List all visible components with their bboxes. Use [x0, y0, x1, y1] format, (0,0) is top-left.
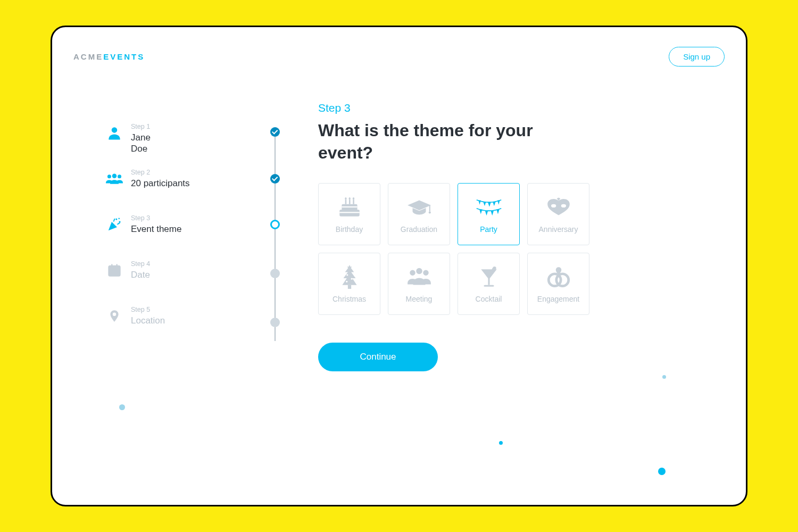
app-card: ACMEEVENTS Sign up Step 1 Jane Doe — [51, 26, 747, 506]
progress-step-1-label: Step 1 — [131, 123, 151, 130]
meeting-people-icon — [406, 265, 433, 289]
theme-option-party[interactable]: Party — [458, 183, 520, 245]
svg-rect-28 — [429, 205, 430, 211]
progress-step-4-value: Date — [131, 269, 150, 280]
svg-point-14 — [116, 270, 118, 271]
brand-part-1: ACME — [73, 52, 103, 61]
birthday-cake-icon — [336, 195, 363, 220]
svg-rect-8 — [113, 218, 115, 222]
mask-icon — [545, 195, 572, 220]
progress-step-2-label: Step 2 — [131, 169, 190, 176]
progress-step-1[interactable]: Step 1 Jane Doe — [105, 123, 244, 169]
svg-rect-40 — [484, 285, 494, 286]
signup-button[interactable]: Sign up — [669, 47, 725, 66]
progress-step-3-text: Step 3 Event theme — [131, 214, 181, 235]
party-bunting-icon — [476, 195, 502, 220]
progress-timeline — [270, 128, 280, 341]
svg-rect-23 — [348, 200, 350, 204]
svg-rect-22 — [345, 200, 346, 204]
theme-option-birthday[interactable]: Birthday — [318, 183, 380, 245]
svg-rect-11 — [117, 264, 118, 267]
theme-option-meeting[interactable]: Meeting — [388, 253, 450, 315]
svg-point-16 — [114, 272, 115, 273]
party-popper-icon — [105, 215, 123, 234]
progress-step-3-value: Event theme — [131, 223, 181, 235]
theme-option-cocktail[interactable]: Cocktail — [458, 253, 520, 315]
svg-rect-7 — [117, 222, 120, 225]
progress-step-2[interactable]: Step 2 20 participants — [105, 169, 244, 214]
theme-label: Graduation — [401, 225, 437, 234]
svg-point-38 — [416, 268, 422, 274]
question-heading: What is the theme for your event? — [318, 120, 547, 164]
svg-rect-24 — [353, 200, 354, 204]
svg-point-31 — [561, 204, 566, 207]
svg-point-37 — [423, 270, 428, 275]
theme-label: Birthday — [336, 225, 363, 234]
svg-point-4 — [115, 218, 117, 220]
brand-part-2: EVENTS — [103, 52, 145, 61]
christmas-tree-icon — [336, 265, 363, 289]
svg-point-2 — [118, 174, 121, 178]
progress-step-4[interactable]: Step 4 Date — [105, 260, 244, 306]
theme-option-graduation[interactable]: Graduation — [388, 183, 450, 245]
decorative-dot — [119, 404, 125, 410]
svg-point-44 — [556, 273, 568, 286]
timeline-node-step1 — [270, 127, 280, 137]
decorative-dot — [658, 468, 666, 475]
brand-logo: ACMEEVENTS — [73, 52, 145, 61]
theme-label: Meeting — [406, 295, 433, 303]
cocktail-glass-icon — [476, 265, 502, 289]
timeline-node-step2 — [270, 174, 280, 184]
theme-label: Christmas — [332, 295, 366, 303]
svg-point-1 — [107, 174, 111, 178]
progress-step-4-text: Step 4 Date — [131, 260, 150, 280]
svg-point-6 — [119, 218, 120, 220]
svg-rect-21 — [339, 212, 360, 213]
timeline-node-step4 — [270, 269, 280, 278]
graduation-cap-icon — [406, 195, 433, 220]
progress-step-4-label: Step 4 — [131, 260, 150, 268]
svg-point-35 — [346, 280, 347, 282]
svg-point-36 — [410, 270, 415, 275]
theme-label: Engagement — [537, 295, 579, 303]
svg-point-15 — [111, 272, 113, 273]
continue-button[interactable]: Continue — [318, 343, 438, 371]
svg-rect-10 — [111, 264, 112, 267]
svg-point-33 — [346, 274, 348, 276]
progress-step-3[interactable]: Step 3 Event theme — [105, 214, 244, 260]
theme-label: Anniversary — [539, 225, 578, 234]
svg-point-17 — [116, 272, 118, 273]
svg-rect-32 — [347, 285, 351, 288]
timeline-node-step5 — [270, 318, 280, 327]
rings-icon — [545, 265, 572, 289]
theme-option-engagement[interactable]: Engagement — [527, 253, 589, 315]
svg-point-0 — [112, 127, 118, 133]
location-pin-icon — [105, 307, 123, 325]
theme-option-christmas[interactable]: Christmas — [318, 253, 380, 315]
calendar-icon — [105, 261, 123, 279]
progress-step-2-text: Step 2 20 participants — [131, 169, 190, 189]
person-icon — [105, 124, 123, 142]
progress-step-2-value: 20 participants — [131, 178, 190, 189]
progress-step-5[interactable]: Step 5 Location — [105, 306, 244, 352]
svg-point-12 — [111, 270, 113, 271]
progress-step-5-text: Step 5 Location — [131, 306, 165, 326]
timeline-line — [275, 128, 276, 341]
svg-point-3 — [112, 173, 117, 178]
svg-point-34 — [351, 278, 352, 279]
header: ACMEEVENTS Sign up — [73, 43, 725, 70]
theme-label: Party — [480, 225, 497, 234]
current-step-indicator: Step 3 — [318, 102, 648, 114]
people-icon — [105, 170, 123, 188]
main-panel: Step 3 What is the theme for your event?… — [318, 102, 648, 371]
svg-point-30 — [551, 204, 555, 207]
svg-point-13 — [114, 270, 115, 271]
theme-grid: Birthday Graduation — [318, 183, 648, 315]
svg-rect-20 — [342, 206, 357, 207]
progress-step-1-value: Jane Doe — [131, 132, 151, 155]
timeline-node-step3 — [270, 220, 280, 229]
progress-step-5-value: Location — [131, 315, 165, 326]
progress-step-3-label: Step 3 — [131, 214, 181, 222]
theme-option-anniversary[interactable]: Anniversary — [527, 183, 589, 245]
progress-step-1-text: Step 1 Jane Doe — [131, 123, 151, 155]
